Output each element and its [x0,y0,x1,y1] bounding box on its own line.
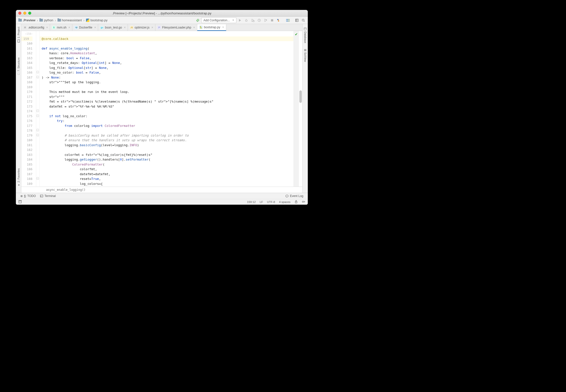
left-tool-strip: 1: Project ⬚7: Structure ★2: Favorites [16,24,21,193]
database-tool-button[interactable]: Database [304,26,307,44]
svg-rect-9 [18,40,20,42]
code-crumb-bar[interactable]: async_enable_logging() [21,187,302,193]
svg-rect-6 [288,19,289,21]
event-log-button[interactable]: Event Log [283,194,305,198]
close-tab-icon[interactable]: × [124,26,126,29]
close-window-button[interactable] [18,12,21,15]
svg-rect-4 [277,19,278,20]
status-bar: 159:12 LF UTF-8 4 spaces [16,199,308,205]
shell-file-icon: $ [52,26,56,29]
titlebar: .Preview [~/Projects/.Preview] - .../pyt… [16,10,308,17]
terminal-tool-button[interactable]: Terminal [38,194,58,198]
tool-window-quick-access-icon[interactable] [18,200,22,204]
breadcrumb-item[interactable]: python [38,18,54,23]
zoom-window-button[interactable] [28,12,31,15]
goto-error-icon[interactable] [302,200,305,204]
bottom-tool-bar: ≣6: TODO Terminal Event Log [16,193,308,199]
run-button[interactable] [237,18,243,23]
go-file-icon: go [100,26,104,29]
editor-tab[interactable]: gobson_test.go× [98,24,128,31]
attach-button[interactable] [263,18,269,23]
docker-file-icon: 🐳 [74,26,78,29]
php-file-icon: P [157,26,161,29]
editor-tab[interactable]: $nvm.sh× [50,24,72,31]
readonly-lock-icon[interactable] [294,200,298,204]
minimize-window-button[interactable] [23,12,26,15]
debug-button[interactable] [243,18,249,23]
svg-point-1 [253,20,254,22]
editor-tab[interactable]: JSoptimizer.js× [128,24,155,31]
close-tab-icon[interactable]: × [94,26,96,29]
vertical-scrollbar[interactable] [299,31,302,187]
window-controls [18,12,31,15]
fold-gutter[interactable]: −−−−−−− [36,31,40,187]
folder-icon [18,19,22,22]
analysis-ok-icon[interactable]: ✔ [295,32,298,36]
js-file-icon: JS [130,26,133,29]
svg-rect-3 [271,19,273,21]
editor-tab[interactable]: ⚙.editorconfig× [21,24,50,31]
breadcrumb: .Preview› python› homeassistant› bootstr… [17,18,109,23]
search-icon[interactable] [300,18,306,23]
folder-icon [57,19,61,22]
breadcrumb-item[interactable]: .Preview [17,18,36,23]
svg-point-16 [302,201,304,202]
search-everywhere-icon[interactable] [294,18,300,23]
python-file-icon [86,19,89,22]
coverage-button[interactable] [250,18,256,23]
svg-point-10 [304,28,306,28]
structure-tool-button[interactable]: ⬚7: Structure [17,56,20,77]
ide-window: .Preview [~/Projects/.Preview] - .../pyt… [16,10,308,205]
favorites-tool-button[interactable]: ★2: Favorites [17,167,20,188]
project-tool-button[interactable]: 1: Project [17,26,20,44]
svg-rect-15 [295,201,297,203]
svg-point-8 [302,19,304,21]
close-tab-icon[interactable]: × [222,26,224,29]
editor-tab[interactable]: PFilesystemLoader.php× [155,24,197,31]
svg-rect-7 [296,19,298,22]
caret-position[interactable]: 159:12 [247,200,256,203]
editor-tab[interactable]: 🐳Dockerfile× [72,24,98,31]
indent-status[interactable]: 4 spaces [279,200,290,203]
main-toolbar: .Preview› python› homeassistant› bootstr… [16,17,308,24]
window-title: .Preview [~/Projects/.Preview] - .../pyt… [16,11,308,15]
config-file-icon: ⚙ [23,26,27,29]
close-tab-icon[interactable]: × [151,26,153,29]
editor-tabs: ⚙.editorconfig× $nvm.sh× 🐳Dockerfile× go… [21,24,302,31]
close-tab-icon[interactable]: × [68,26,70,29]
build-hammer-icon[interactable] [195,18,201,23]
right-tool-strip: Database ▤SciView [302,24,308,193]
stop-button[interactable] [269,18,275,23]
gutter-line-numbers: ⋯158⋯15916016116216316416516616716816917… [21,31,36,187]
editor[interactable]: ⋯158⋯15916016116216316416516616716816917… [21,31,302,187]
python-file-icon: 🐍 [199,26,203,29]
scrollbar-thumb[interactable] [299,90,302,103]
folder-icon [39,19,43,22]
close-tab-icon[interactable]: × [46,26,48,29]
close-tab-icon[interactable]: × [193,26,195,29]
profile-button[interactable] [256,18,262,23]
breadcrumb-item[interactable]: bootstrap.py [85,18,109,23]
svg-point-12 [286,195,288,197]
svg-rect-5 [286,19,288,21]
svg-rect-11 [40,195,43,197]
update-button[interactable] [276,18,282,23]
sciview-tool-button[interactable]: ▤SciView [304,47,307,63]
editor-tab-active[interactable]: 🐍bootstrap.py× [197,24,226,31]
breadcrumb-item[interactable]: homeassistant [57,18,83,23]
code-area[interactable]: @core.callback def async_enable_logging(… [40,31,293,187]
editor-right-gutter: ✔ [293,31,299,187]
svg-rect-13 [19,200,22,203]
file-encoding[interactable]: UTF-8 [267,200,275,203]
todo-tool-button[interactable]: ≣6: TODO [18,194,38,198]
avatars-icon[interactable] [285,18,291,23]
line-separator[interactable]: LF [260,200,263,203]
run-config-selector[interactable]: Add Configuration... [201,17,236,23]
svg-rect-14 [19,200,22,201]
